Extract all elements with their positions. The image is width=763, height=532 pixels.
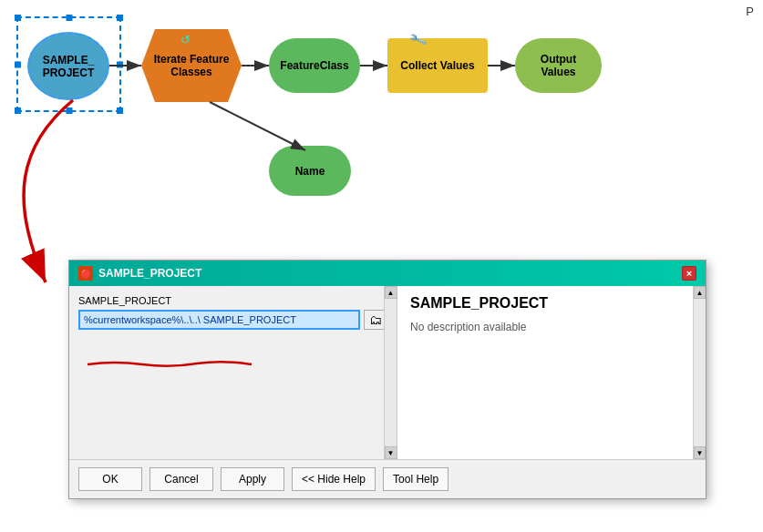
handle-br	[117, 107, 123, 114]
path-input[interactable]	[78, 310, 360, 330]
hide-help-button[interactable]: << Hide Help	[292, 467, 376, 491]
input-row: 🗂	[78, 310, 387, 330]
tool-help-button[interactable]: Tool Help	[383, 467, 449, 491]
folder-icon: 🗂	[369, 312, 382, 327]
left-panel-scrollbar: ▲ ▼	[384, 286, 397, 459]
node-name[interactable]: Name	[269, 146, 351, 196]
handle-bl	[15, 107, 21, 114]
apply-button[interactable]: Apply	[221, 467, 284, 491]
handle-tm	[66, 15, 72, 21]
right-scroll-up-button[interactable]: ▲	[694, 286, 706, 299]
handle-ml	[15, 61, 21, 67]
ok-button[interactable]: OK	[78, 467, 142, 491]
title-left: 🔴 SAMPLE_PROJECT	[78, 266, 201, 281]
dialog-left-panel: SAMPLE_PROJECT 🗂 ▲ ▼	[69, 286, 397, 459]
node-sample-project[interactable]: SAMPLE_ PROJECT	[27, 32, 109, 100]
scroll-up-button[interactable]: ▲	[385, 286, 397, 299]
handle-bm	[66, 107, 72, 114]
node-featureclass[interactable]: FeatureClass	[269, 38, 360, 93]
workflow-canvas: P SAMPLE_ PROJECT Iterate Feature Classe…	[0, 0, 763, 273]
handle-mr	[117, 61, 123, 67]
dialog-title: SAMPLE_PROJECT	[98, 267, 201, 280]
dialog-title-icon: 🔴	[78, 266, 93, 281]
handle-tl	[15, 15, 21, 21]
field-label: SAMPLE_PROJECT	[78, 295, 387, 306]
node-iterate-feature-classes[interactable]: Iterate Feature Classes	[141, 29, 242, 102]
right-panel-title: SAMPLE_PROJECT	[410, 295, 693, 312]
dialog-body: SAMPLE_PROJECT 🗂 ▲ ▼ SAMPLE_PROJECT No d…	[69, 286, 706, 459]
sample-project-dialog: 🔴 SAMPLE_PROJECT × SAMPLE_PROJECT 🗂 ▲	[68, 260, 706, 499]
dialog-right-panel: SAMPLE_PROJECT No description available …	[397, 286, 706, 459]
handle-tr	[117, 15, 123, 21]
svg-line-5	[210, 102, 305, 150]
refresh-icon: ↺	[180, 33, 191, 46]
cancel-button[interactable]: Cancel	[150, 467, 213, 491]
node-collect-values[interactable]: Collect Values	[387, 38, 488, 93]
dialog-titlebar: 🔴 SAMPLE_PROJECT ×	[69, 261, 706, 286]
red-underline-annotation	[78, 357, 261, 368]
dialog-footer: OK Cancel Apply << Hide Help Tool Help	[69, 459, 706, 498]
right-panel-description: No description available	[410, 321, 693, 333]
arrows-svg	[0, 0, 763, 282]
right-scroll-down-button[interactable]: ▼	[694, 446, 706, 459]
node-output-values[interactable]: Output Values	[515, 38, 602, 93]
p-label: P	[746, 5, 754, 18]
scroll-down-button[interactable]: ▼	[385, 446, 397, 459]
close-button[interactable]: ×	[682, 266, 696, 281]
right-panel-scrollbar: ▲ ▼	[693, 286, 706, 459]
